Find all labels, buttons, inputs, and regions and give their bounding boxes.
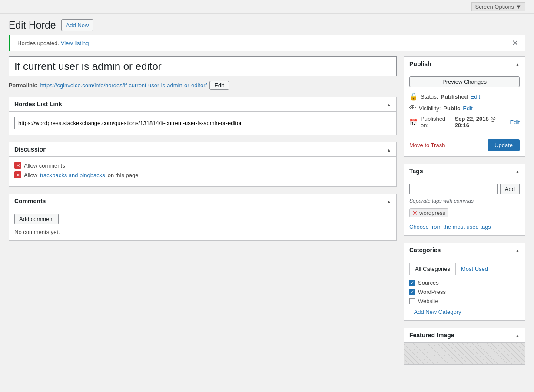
tags-panel: Tags Add Separate tags with commas ✕ wor… xyxy=(404,164,525,236)
post-title-input[interactable] xyxy=(9,56,397,76)
comments-panel-header[interactable]: Comments xyxy=(9,194,396,208)
website-label: Website xyxy=(418,298,438,304)
chevron-up-icon xyxy=(387,146,391,153)
allow-trackbacks-checkbox-icon[interactable]: ✕ xyxy=(14,171,21,178)
screen-options-button[interactable]: Screen Options ▼ xyxy=(471,2,525,11)
publish-visibility-row: 👁 Visibility: Public Edit xyxy=(409,104,520,112)
category-item-website: Website xyxy=(409,298,520,304)
categories-tabs: All Categories Most Used xyxy=(409,263,520,275)
chevron-up-icon xyxy=(515,61,520,67)
category-item-sources: ✓ Sources xyxy=(409,280,520,286)
trackbacks-link[interactable]: trackbacks and pingbacks xyxy=(40,172,105,178)
tags-panel-header[interactable]: Tags xyxy=(404,164,525,178)
permalink-label: Permalink: xyxy=(9,82,37,89)
sidebar: Publish Preview Changes 🔒 Status: Publis… xyxy=(404,56,525,372)
publish-panel-title: Publish xyxy=(409,60,431,67)
publish-actions: Move to Trash Update xyxy=(409,134,520,151)
hordes-list-link-panel-header[interactable]: Hordes List Link xyxy=(9,97,396,112)
visibility-edit-link[interactable]: Edit xyxy=(463,105,472,112)
publish-panel-header[interactable]: Publish xyxy=(404,57,525,71)
preview-changes-button[interactable]: Preview Changes xyxy=(409,76,520,87)
wordpress-checkbox[interactable]: ✓ xyxy=(409,289,415,295)
hordes-list-link-panel: Hordes List Link xyxy=(9,97,397,135)
tag-item: ✕ wordpress xyxy=(409,208,448,217)
update-button[interactable]: Update xyxy=(488,139,520,151)
add-new-category-link[interactable]: + Add New Category xyxy=(409,309,520,315)
discussion-panel-header[interactable]: Discussion xyxy=(9,142,396,157)
comments-body: Add comment No comments yet. xyxy=(9,208,396,240)
publish-body: Preview Changes 🔒 Status: Published Edit… xyxy=(404,71,525,156)
notice-message: Hordes updated. xyxy=(17,40,59,46)
chevron-up-icon xyxy=(515,332,520,339)
calendar-icon: 📅 xyxy=(409,118,418,126)
allow-comments-item: ✕ Allow comments xyxy=(14,162,391,169)
tags-list: ✕ wordpress xyxy=(409,208,520,220)
status-edit-link[interactable]: Edit xyxy=(471,93,480,100)
discussion-body: ✕ Allow comments ✕ Allow trackbacks and … xyxy=(9,157,396,186)
move-to-trash-link[interactable]: Move to Trash xyxy=(409,142,445,148)
discussion-title: Discussion xyxy=(14,146,47,153)
tags-body: Add Separate tags with commas ✕ wordpres… xyxy=(404,178,525,235)
wordpress-label: WordPress xyxy=(418,289,446,295)
allow-trackbacks-item: ✕ Allow trackbacks and pingbacks on this… xyxy=(14,171,391,178)
chevron-up-icon xyxy=(387,198,391,204)
hordes-list-link-title: Hordes List Link xyxy=(14,101,62,108)
permalink-row: Permalink: https://cginvoice.com/info/ho… xyxy=(9,81,397,90)
published-on-label: Published on: xyxy=(421,115,452,128)
chevron-up-icon xyxy=(515,168,520,175)
tags-add-button[interactable]: Add xyxy=(500,184,520,194)
allow-trackbacks-label: Allow xyxy=(24,172,37,178)
permalink-url[interactable]: https://cginvoice.com/info/hordes/if-cur… xyxy=(40,82,207,89)
chevron-up-icon xyxy=(387,101,391,108)
comments-panel: Comments Add comment No comments yet. xyxy=(9,194,397,241)
categories-panel-header[interactable]: Categories xyxy=(404,243,525,257)
website-checkbox[interactable] xyxy=(409,298,415,304)
update-notice: Hordes updated. View listing ✕ xyxy=(9,35,525,51)
tags-input[interactable] xyxy=(409,184,498,194)
categories-list: ✓ Sources ✓ WordPress Website xyxy=(409,280,520,304)
screen-options-label: Screen Options xyxy=(475,3,514,10)
comments-title: Comments xyxy=(14,198,46,204)
published-on-edit-link[interactable]: Edit xyxy=(510,119,520,125)
publish-status-row: 🔒 Status: Published Edit xyxy=(409,92,520,101)
tab-all-categories[interactable]: All Categories xyxy=(409,263,456,275)
published-on-value: Sep 22, 2018 @ 20:16 xyxy=(455,115,507,128)
notice-close-button[interactable]: ✕ xyxy=(512,39,518,47)
page-title: Edit Horde xyxy=(9,20,56,31)
categories-panel: Categories All Categories Most Used ✓ So… xyxy=(404,243,525,321)
permalink-edit-button[interactable]: Edit xyxy=(209,81,229,90)
chevron-up-icon xyxy=(515,247,520,254)
discussion-panel: Discussion ✕ Allow comments ✕ Allow trac… xyxy=(9,142,397,187)
publish-panel: Publish Preview Changes 🔒 Status: Publis… xyxy=(404,56,525,157)
visibility-icon: 👁 xyxy=(409,104,416,112)
allow-comments-checkbox-icon[interactable]: ✕ xyxy=(14,162,21,169)
featured-image-panel-header[interactable]: Featured Image xyxy=(404,328,525,343)
choose-tags-link[interactable]: Choose from the most used tags xyxy=(409,224,520,230)
add-comment-button[interactable]: Add comment xyxy=(14,214,59,224)
categories-panel-title: Categories xyxy=(409,247,441,254)
hordes-list-link-input[interactable] xyxy=(14,117,391,129)
tag-name: wordpress xyxy=(419,210,445,216)
featured-image-body xyxy=(404,343,525,364)
categories-body: All Categories Most Used ✓ Sources ✓ Wor… xyxy=(404,257,525,320)
featured-image-panel: Featured Image xyxy=(404,328,525,365)
tab-most-used[interactable]: Most Used xyxy=(456,263,493,275)
tag-remove-button[interactable]: ✕ xyxy=(412,210,418,216)
view-listing-link[interactable]: View listing xyxy=(61,40,89,46)
add-new-button[interactable]: Add New xyxy=(61,19,94,31)
hordes-list-link-body xyxy=(9,112,396,135)
status-icon: 🔒 xyxy=(409,92,418,101)
tags-hint: Separate tags with commas xyxy=(409,198,520,204)
visibility-label: Visibility: xyxy=(419,105,441,112)
status-label: Status: xyxy=(421,93,438,100)
sources-checkbox[interactable]: ✓ xyxy=(409,280,415,286)
published-on-row: 📅 Published on: Sep 22, 2018 @ 20:16 Edi… xyxy=(409,115,520,128)
chevron-down-icon: ▼ xyxy=(516,3,521,10)
trackbacks-suffix: on this page xyxy=(108,172,139,178)
status-value: Published xyxy=(441,93,468,100)
featured-image-title: Featured Image xyxy=(409,332,454,339)
sources-label: Sources xyxy=(418,280,439,286)
main-content: Permalink: https://cginvoice.com/info/ho… xyxy=(9,56,397,372)
tags-input-row: Add xyxy=(409,184,520,194)
visibility-value: Public xyxy=(443,105,460,112)
